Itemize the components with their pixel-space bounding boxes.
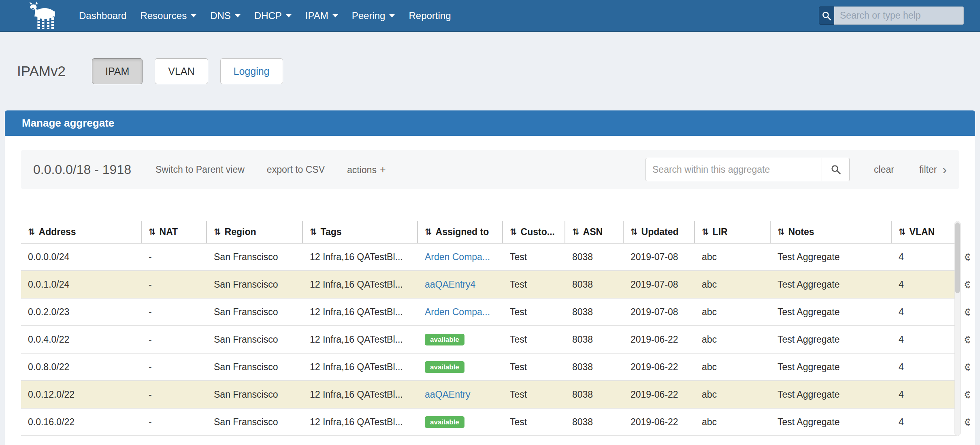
cell-region: San Franscisco	[207, 299, 303, 325]
clear-link[interactable]: clear	[874, 164, 894, 175]
cell-updated: 2019-06-22	[624, 381, 695, 408]
cell-region: San Franscisco	[207, 244, 303, 270]
aggregate-search-input[interactable]	[646, 158, 822, 181]
col-header-address[interactable]: ⇅Address	[21, 221, 142, 243]
col-label: Assigned to	[436, 227, 489, 237]
row-action-gear-icon[interactable]: ⚙	[964, 271, 970, 299]
row-action-gear-icon[interactable]: ⚙	[964, 381, 970, 409]
col-label: Address	[39, 227, 76, 237]
assigned-link[interactable]: Arden Compa...	[425, 252, 490, 263]
nav-item-dashboard[interactable]: Dashboard	[72, 10, 133, 21]
cell-region: San Franscisco	[207, 354, 303, 380]
tab-logging[interactable]: Logging	[220, 58, 283, 84]
cell-notes: Test Aggregate	[771, 299, 892, 325]
assigned-link[interactable]: Arden Compa...	[425, 307, 490, 318]
cell-vlan: 4	[892, 299, 940, 325]
available-badge: available	[425, 361, 464, 373]
cell-lir: abc	[695, 244, 771, 270]
nav-item-peering[interactable]: Peering	[345, 10, 402, 21]
col-label: NAT	[160, 227, 178, 237]
cell-tags: 12 Infra,16 QATestBl...	[303, 299, 418, 325]
col-header-region[interactable]: ⇅Region	[207, 221, 303, 243]
cell-address: 0.0.4.0/22	[21, 326, 142, 353]
col-header-customer[interactable]: ⇅Custo...	[503, 221, 565, 243]
caret-down-icon	[332, 14, 338, 17]
vertical-scrollbar-track[interactable]	[954, 221, 961, 436]
nav-item-ipam[interactable]: IPAM	[298, 10, 345, 21]
col-label: Updated	[641, 227, 679, 237]
col-header-notes[interactable]: ⇅Notes	[771, 221, 892, 243]
cell-updated: 2019-06-22	[624, 326, 695, 353]
col-header-assigned-to[interactable]: ⇅Assigned to	[418, 221, 503, 243]
cell-asn: 8038	[565, 354, 624, 380]
cell-customer: Test	[503, 326, 565, 353]
nav-label: DNS	[210, 10, 231, 21]
export-csv-link[interactable]: export to CSV	[267, 164, 325, 175]
row-action-gear-icon[interactable]: ⚙	[964, 299, 970, 326]
search-icon	[821, 11, 832, 21]
cell-nat: -	[142, 354, 207, 380]
row-action-gear-icon[interactable]: ⚙	[964, 409, 970, 436]
row-action-gear-icon[interactable]: ⚙	[964, 244, 970, 271]
switch-parent-view-link[interactable]: Switch to Parent view	[156, 164, 245, 175]
cell-assigned-to: available	[418, 354, 503, 380]
tab-ipam[interactable]: IPAM	[92, 58, 143, 84]
assigned-link[interactable]: aaQAEntry4	[425, 279, 475, 290]
aggregate-toolbar: 0.0.0.0/18 - 1918 Switch to Parent view …	[21, 150, 959, 189]
cell-address: 0.0.12.0/22	[21, 381, 142, 408]
table-row: 0.0.8.0/22 - San Franscisco 12 Infra,16 …	[21, 354, 959, 381]
col-label: ASN	[583, 227, 603, 237]
filter-link[interactable]: filter ›	[919, 163, 947, 176]
cell-nat: -	[142, 381, 207, 408]
row-action-gear-icon[interactable]: ⚙	[964, 326, 970, 354]
cell-customer: Test	[503, 299, 565, 325]
cell-updated: 2019-07-08	[624, 271, 695, 298]
global-search	[819, 6, 964, 25]
sort-icon: ⇅	[28, 227, 35, 237]
sort-icon: ⇅	[425, 227, 432, 237]
cell-region: San Franscisco	[207, 326, 303, 353]
okapi-logo[interactable]	[22, 1, 63, 30]
panel-body: 0.0.0.0/18 - 1918 Switch to Parent view …	[5, 136, 975, 436]
caret-down-icon	[235, 14, 241, 17]
table-row: 0.0.12.0/22 - San Franscisco 12 Infra,16…	[21, 381, 959, 409]
panel-header: Manage aggregate	[5, 110, 975, 136]
nav-item-dns[interactable]: DNS	[203, 10, 247, 21]
cell-address: 0.0.2.0/23	[21, 299, 142, 325]
col-header-nat[interactable]: ⇅NAT	[142, 221, 207, 243]
cell-asn: 8038	[565, 326, 624, 353]
actions-menu-link[interactable]: actions+	[347, 164, 386, 176]
tab-vlan[interactable]: VLAN	[155, 58, 208, 84]
nav-label: IPAM	[305, 10, 328, 21]
nav-item-dhcp[interactable]: DHCP	[247, 10, 298, 21]
row-action-gear-icon[interactable]: ⚙	[964, 354, 970, 381]
page-title: IPAMv2	[17, 63, 66, 79]
nav-item-resources[interactable]: Resources	[133, 10, 203, 21]
cell-address: 0.0.1.0/24	[21, 271, 142, 298]
col-header-asn[interactable]: ⇅ASN	[565, 221, 624, 243]
caret-down-icon	[389, 14, 395, 17]
search-icon	[830, 164, 842, 175]
sort-icon: ⇅	[572, 227, 579, 237]
view-tabs: IPAM VLAN Logging	[92, 58, 283, 84]
cell-assigned-to: available	[418, 409, 503, 435]
col-header-updated[interactable]: ⇅Updated	[624, 221, 695, 243]
col-label: LIR	[713, 227, 728, 237]
aggregate-search-button[interactable]	[822, 158, 850, 181]
cell-asn: 8038	[565, 381, 624, 408]
nav-item-reporting[interactable]: Reporting	[402, 10, 458, 21]
cell-customer: Test	[503, 354, 565, 380]
col-label: Tags	[321, 227, 342, 237]
col-header-tags[interactable]: ⇅Tags	[303, 221, 418, 243]
aggregate-table: ⇅Address ⇅NAT ⇅Region ⇅Tags ⇅Assigned to…	[21, 221, 959, 436]
search-icon-button[interactable]	[819, 6, 834, 25]
vertical-scrollbar-thumb[interactable]	[955, 222, 960, 293]
cell-notes: Test Aggregate	[771, 244, 892, 270]
col-header-vlan[interactable]: ⇅VLAN	[892, 221, 940, 243]
caret-down-icon	[191, 14, 196, 17]
assigned-link[interactable]: aaQAEntry	[425, 389, 471, 400]
sort-icon: ⇅	[702, 227, 709, 237]
col-label: Notes	[788, 227, 814, 237]
global-search-input[interactable]	[834, 6, 964, 25]
col-header-lir[interactable]: ⇅LIR	[695, 221, 771, 243]
